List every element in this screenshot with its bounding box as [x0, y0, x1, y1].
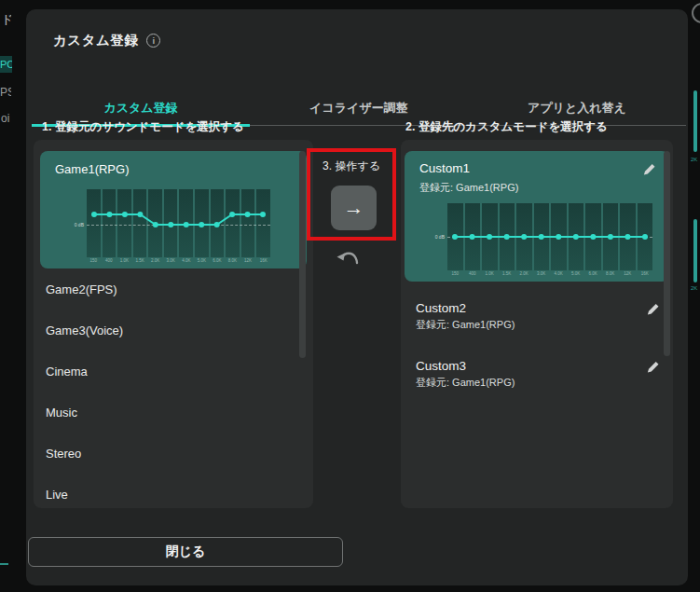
edit-pencil-icon[interactable] — [642, 162, 656, 176]
sound-mode-item-selected[interactable]: Game1(RPG) 0 dB1504001.0K1.5K2.0K3.0K4.0… — [40, 151, 307, 268]
bg-eq-slider-bar — [693, 90, 697, 152]
close-button[interactable]: 閉じる — [28, 537, 343, 567]
custom-mode-rows: Custom2登録元: Game1(RPG)Custom3登録元: Game1(… — [401, 300, 673, 416]
bg-knob-arc — [692, 3, 700, 23]
screen: ド PC PS oi 2K 2K カスタム登録 i カスタム登録イコライザー調整… — [0, 0, 700, 592]
sound-mode-list-panel: Game1(RPG) 0 dB1504001.0K1.5K2.0K3.0K4.0… — [34, 140, 313, 508]
eq-zero-label: 0 dB — [423, 234, 445, 240]
custom-mode-source: 登録元: Game1(RPG) — [419, 181, 518, 195]
eq-zero-label: 0 dB — [62, 222, 84, 227]
undo-icon[interactable] — [336, 249, 361, 266]
bg-eq-slider-bar — [693, 219, 697, 282]
sound-mode-item[interactable]: Game3(Voice) — [34, 310, 313, 351]
custom-mode-row[interactable]: Custom3登録元: Game1(RPG) — [401, 358, 673, 393]
sound-mode-item[interactable]: Game2(FPS) — [34, 268, 313, 310]
scrollbar-thumb[interactable] — [299, 151, 306, 358]
bg-clipped-text: PS — [0, 86, 11, 99]
dialog-header: カスタム登録 i — [53, 32, 160, 49]
annotation-highlight-rectangle: 3. 操作する → — [307, 148, 396, 241]
bg-clipped-text: ド — [1, 11, 11, 28]
sound-mode-item[interactable]: Cinema — [34, 351, 313, 392]
eq-preview-chart: 0 dB1504001.0K1.5K2.0K3.0K4.0K5.0K6.0K8.… — [447, 203, 652, 279]
source-section-heading: 1. 登録元のサウンドモードを選択する — [42, 119, 244, 135]
custom-mode-title: Custom1 — [419, 161, 470, 175]
operate-step-label: 3. 操作する — [310, 158, 392, 174]
bg-accent-line — [0, 563, 8, 565]
scrollbar-thumb[interactable] — [664, 151, 670, 356]
target-section-heading: 2. 登録先のカスタムモードを選択する — [405, 119, 608, 135]
bg-clipped-text: oi — [1, 112, 11, 125]
eq-curve — [447, 203, 652, 270]
custom-mode-card-selected[interactable]: Custom1 登録元: Game1(RPG) 0 dB1504001.0K1.… — [405, 151, 669, 282]
eq-preview-chart: 0 dB1504001.0K1.5K2.0K3.0K4.0K5.0K6.0K8.… — [87, 189, 270, 266]
sound-mode-item[interactable]: Music — [34, 392, 313, 433]
custom-mode-source: 登録元: Game1(RPG) — [416, 375, 658, 391]
dialog-title: カスタム登録 — [53, 32, 138, 49]
sound-mode-list: Game2(FPS)Game3(Voice)CinemaMusicStereoL… — [34, 268, 313, 515]
transfer-arrow-button[interactable]: → — [331, 186, 377, 230]
custom-mode-row[interactable]: Custom2登録元: Game1(RPG) — [401, 300, 673, 336]
bg-eq-freq-label: 2K — [691, 157, 697, 162]
custom-mode-title: Custom2 — [416, 300, 658, 317]
eq-curve — [87, 189, 270, 257]
sound-mode-label: Game1(RPG) — [55, 162, 129, 176]
eq-frequency-labels: 1504001.0K1.5K2.0K3.0K4.0K5.0K6.0K8.0K12… — [87, 258, 270, 266]
bg-eq-freq-label: 2K — [691, 285, 697, 291]
info-icon[interactable]: i — [146, 34, 160, 48]
bg-sound-mode-chip: PC — [0, 56, 12, 73]
arrow-right-icon: → — [344, 196, 364, 220]
edit-pencil-icon[interactable] — [646, 302, 660, 316]
custom-mode-source: 登録元: Game1(RPG) — [416, 317, 658, 333]
sound-mode-item[interactable]: Live — [34, 474, 313, 515]
custom-registration-dialog: カスタム登録 i カスタム登録イコライザー調整アプリと入れ替え 1. 登録元のサ… — [26, 9, 688, 585]
bg-chip-label: PC — [0, 59, 12, 70]
custom-mode-list-panel: Custom1 登録元: Game1(RPG) 0 dB1504001.0K1.… — [401, 140, 673, 508]
sound-mode-item[interactable]: Stereo — [34, 433, 313, 474]
eq-frequency-labels: 1504001.0K1.5K2.0K3.0K4.0K5.0K6.0K8.0K12… — [447, 271, 652, 279]
custom-mode-title: Custom3 — [416, 358, 658, 375]
edit-pencil-icon[interactable] — [646, 360, 660, 374]
